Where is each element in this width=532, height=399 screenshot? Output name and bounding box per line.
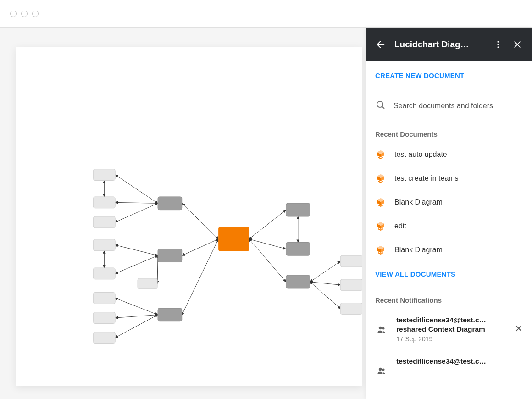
- view-all-documents-button[interactable]: VIEW ALL DOCUMENTS: [375, 270, 455, 278]
- diagram-edge: [115, 175, 158, 203]
- diagram-node[interactable]: [93, 197, 115, 208]
- diagram-node[interactable]: [340, 255, 362, 267]
- people-icon: [375, 316, 388, 335]
- document-label: edit: [394, 222, 406, 230]
- svg-line-7: [382, 106, 384, 109]
- diagram-node[interactable]: [93, 216, 115, 228]
- notification-item[interactable]: testeditlicense34@test.c…: [366, 350, 532, 384]
- diagram-node[interactable]: [93, 169, 115, 181]
- diagram-edge: [115, 315, 158, 318]
- diagram-edge: [249, 239, 286, 249]
- recent-notifications-heading: Recent Notifications: [366, 296, 532, 309]
- window-dot: [32, 11, 39, 17]
- document-item[interactable]: edit: [366, 214, 532, 238]
- diagram-edge: [115, 255, 158, 273]
- diagram-node[interactable]: [93, 293, 115, 304]
- search-input[interactable]: [393, 101, 523, 111]
- window-dot: [21, 11, 28, 17]
- diagram-node[interactable]: [138, 278, 157, 289]
- diagram-edge: [182, 239, 218, 315]
- lucidchart-panel: Lucidchart Diag… CREATE NEW DOCUMENT Rec…: [366, 28, 532, 399]
- document-item[interactable]: test auto update: [366, 143, 532, 166]
- panel-header: Lucidchart Diag…: [366, 28, 532, 61]
- panel-title: Lucidchart Diag…: [394, 39, 484, 50]
- lucidchart-icon: [375, 149, 386, 160]
- context-diagram: [16, 47, 362, 386]
- document-item[interactable]: Blank Diagram: [366, 190, 532, 214]
- search-row: [366, 90, 532, 122]
- lucidchart-icon: [375, 244, 386, 255]
- window-dot: [10, 11, 17, 17]
- diagram-node[interactable]: [93, 239, 115, 251]
- lucidchart-icon: [375, 197, 386, 208]
- diagram-node[interactable]: [158, 308, 182, 321]
- notification-action: reshared Context Diagram: [396, 325, 506, 333]
- document-label: test auto update: [394, 150, 447, 159]
- diagram-edge: [182, 239, 218, 255]
- diagram-edge: [115, 245, 158, 255]
- document-label: Blank Diagram: [394, 246, 443, 254]
- diagram-node[interactable]: [340, 279, 362, 291]
- create-new-row: CREATE NEW DOCUMENT: [366, 61, 532, 90]
- svg-point-3: [497, 46, 499, 48]
- notification-user: testeditlicense34@test.c…: [396, 357, 523, 366]
- people-icon: [375, 357, 388, 377]
- diagram-node[interactable]: [158, 197, 182, 210]
- diagram-edge: [115, 315, 158, 338]
- document-item[interactable]: test create in teams: [366, 166, 532, 190]
- diagram-node[interactable]: [218, 227, 249, 251]
- dismiss-notification-icon[interactable]: [515, 316, 523, 334]
- diagram-node[interactable]: [158, 249, 182, 262]
- back-icon[interactable]: [375, 39, 386, 50]
- document-label: test create in teams: [394, 174, 459, 183]
- recent-documents-heading: Recent Documents: [366, 130, 532, 143]
- window-titlebar: [0, 0, 532, 28]
- diagram-canvas[interactable]: [16, 47, 362, 386]
- svg-point-8: [379, 327, 382, 329]
- diagram-edge: [249, 210, 286, 239]
- diagram-edge: [249, 239, 286, 282]
- search-icon: [375, 100, 386, 112]
- svg-point-13: [382, 369, 385, 371]
- diagram-node[interactable]: [93, 268, 115, 279]
- diagram-node[interactable]: [93, 332, 115, 344]
- diagram-node[interactable]: [286, 242, 310, 255]
- svg-point-12: [379, 368, 382, 371]
- diagram-edge: [115, 203, 158, 222]
- lucidchart-icon: [375, 221, 386, 232]
- notification-item[interactable]: testeditlicense34@test.c…reshared Contex…: [366, 309, 532, 350]
- more-vertical-icon[interactable]: [493, 39, 504, 50]
- svg-point-6: [377, 101, 383, 107]
- lucidchart-icon: [375, 173, 386, 184]
- document-item[interactable]: Blank Diagram: [366, 238, 532, 262]
- svg-point-2: [497, 44, 499, 45]
- diagram-node[interactable]: [286, 275, 310, 288]
- diagram-edge: [310, 282, 340, 285]
- diagram-edge: [310, 282, 340, 309]
- diagram-node[interactable]: [340, 303, 362, 315]
- notification-user: testeditlicense34@test.c…: [396, 316, 506, 324]
- diagram-edge: [115, 202, 158, 203]
- svg-point-9: [382, 327, 385, 330]
- panel-body[interactable]: CREATE NEW DOCUMENT Recent Documents tes…: [366, 61, 532, 399]
- notification-date: 17 Sep 2019: [396, 335, 506, 343]
- document-label: Blank Diagram: [394, 198, 443, 206]
- diagram-edge: [310, 261, 340, 282]
- create-new-document-button[interactable]: CREATE NEW DOCUMENT: [375, 72, 464, 79]
- diagram-node[interactable]: [286, 203, 310, 216]
- diagram-edge: [182, 203, 218, 239]
- svg-point-1: [497, 41, 499, 43]
- diagram-node[interactable]: [93, 312, 115, 324]
- close-icon[interactable]: [512, 39, 523, 50]
- diagram-edge: [115, 298, 158, 315]
